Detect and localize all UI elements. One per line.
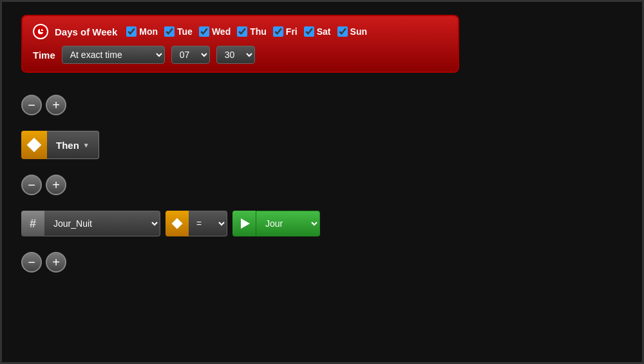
time-label: Time (33, 50, 55, 61)
hash-badge: # (21, 211, 44, 236)
add-btn-3[interactable]: + (46, 252, 66, 273)
op-diamond-icon (172, 218, 183, 229)
operator-block: = (166, 211, 227, 236)
time-minute-select[interactable]: 30 (216, 46, 255, 64)
add-btn-2[interactable]: + (46, 175, 66, 195)
clock-icon (33, 24, 48, 39)
variable-select[interactable]: Jour_Nuit (44, 211, 160, 236)
op-diamond (166, 211, 189, 236)
main-container: Days of Week Mon Tue Wed Thu Fri (2, 2, 644, 364)
then-label: Then (56, 140, 79, 151)
play-badge (232, 211, 256, 236)
day-mon-label: Mon (139, 26, 158, 37)
remove-btn-3[interactable]: − (21, 252, 42, 273)
time-row: Time At exact time 07 30 (33, 46, 448, 64)
then-button[interactable]: Then ▼ (47, 131, 99, 159)
checkbox-sun[interactable]: Sun (337, 26, 367, 37)
checkbox-mon[interactable]: Mon (126, 26, 158, 37)
remove-btn-1[interactable]: − (21, 95, 42, 115)
schedule-panel: Days of Week Mon Tue Wed Thu Fri (21, 15, 459, 73)
hash-icon: # (30, 217, 36, 231)
checkbox-thu[interactable]: Thu (237, 26, 267, 37)
day-thu-label: Thu (250, 26, 267, 37)
day-wed-label: Wed (212, 26, 231, 37)
checkbox-fri[interactable]: Fri (273, 26, 298, 37)
time-type-select[interactable]: At exact time (62, 46, 165, 64)
condition-row: # Jour_Nuit = Jour (21, 211, 627, 236)
then-diamond (21, 131, 47, 159)
operator-select[interactable]: = (189, 211, 227, 236)
action-row-2: − + (21, 175, 627, 195)
time-hour-select[interactable]: 07 (171, 46, 210, 64)
checkbox-sat[interactable]: Sat (304, 26, 331, 37)
value-block: Jour (232, 211, 320, 236)
checkbox-wed[interactable]: Wed (199, 26, 231, 37)
day-sun-label: Sun (350, 26, 367, 37)
variable-block: # Jour_Nuit (21, 211, 160, 236)
value-select[interactable]: Jour (256, 211, 320, 236)
action-row-3: − + (21, 252, 627, 273)
remove-btn-2[interactable]: − (21, 175, 42, 195)
checkbox-tue[interactable]: Tue (164, 26, 193, 37)
days-row: Days of Week Mon Tue Wed Thu Fri (33, 24, 448, 39)
day-tue-label: Tue (177, 26, 193, 37)
days-label: Days of Week (55, 26, 117, 37)
add-btn-1[interactable]: + (46, 95, 66, 115)
day-sat-label: Sat (317, 26, 331, 37)
action-row-1: − + (21, 95, 627, 115)
then-dropdown-arrow: ▼ (83, 142, 90, 149)
play-icon (241, 218, 250, 229)
diamond-icon (27, 138, 42, 153)
then-row: Then ▼ (21, 131, 627, 159)
day-fri-label: Fri (286, 26, 298, 37)
